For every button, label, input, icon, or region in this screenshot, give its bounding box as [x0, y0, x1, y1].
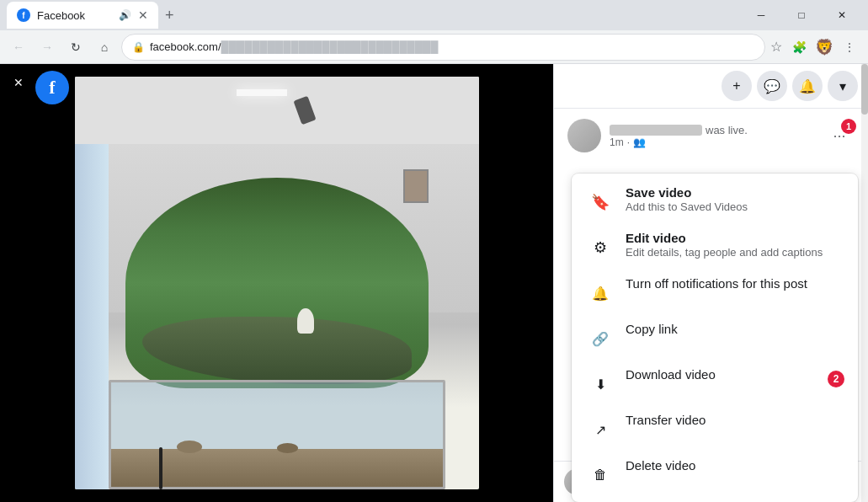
delete-video-title: Delete video — [626, 458, 844, 473]
messenger-button[interactable]: 💬 — [757, 71, 787, 101]
notifications-title: Turn off notifications for this post — [626, 276, 844, 291]
menu-item-notifications-text: Turn off notifications for this post — [626, 276, 844, 291]
post-time: 1m · 👥 — [610, 136, 816, 148]
tab-audio-icon: 🔊 — [119, 9, 131, 21]
menu-item-edit-video-text: Edit video Edit details, tag people and … — [626, 231, 844, 259]
extensions-icon[interactable]: 🧩 — [787, 35, 811, 59]
toolbar-icons: 🧩 🦁 ⋮ — [787, 35, 861, 59]
post-status: was live. — [706, 124, 748, 136]
notification-badge: 1 — [841, 119, 856, 134]
menu-item-download-video-text: Download video — [626, 367, 817, 382]
new-tab-button[interactable]: + — [162, 3, 178, 28]
add-button[interactable]: + — [722, 71, 752, 101]
copy-link-icon: 🔗 — [585, 323, 615, 354]
account-menu-button[interactable]: ▾ — [828, 71, 858, 101]
menu-item-save-video[interactable]: 🔖 Save video Add this to Saved Videos — [572, 179, 858, 224]
menu-item-edit-video[interactable]: ⚙ Edit video Edit details, tag people an… — [572, 224, 858, 270]
profile-icon[interactable]: 🦁 — [812, 35, 836, 59]
cable — [159, 447, 162, 489]
menu-item-download-video[interactable]: ⬇ Download video 2 — [572, 360, 858, 406]
minimize-button[interactable]: ─ — [742, 2, 780, 29]
right-panel: + 💬 🔔 ▾ was live. — [553, 64, 868, 502]
menu-item-delete-video[interactable]: 🗑 Delete video — [572, 451, 858, 497]
bookmark-icon[interactable]: ☆ — [770, 39, 782, 55]
save-video-title: Save video — [626, 185, 844, 200]
turn-off-notifications-icon: 🔔 — [585, 278, 615, 308]
url-bar[interactable]: 🔒 facebook.com/█████████████████████████… — [121, 34, 765, 61]
transfer-video-icon: ↗ — [585, 414, 615, 445]
download-video-icon: ⬇ — [585, 369, 615, 399]
scrollbar-thumb[interactable] — [861, 64, 868, 115]
post-header: was live. 1m · 👥 ··· 1 — [554, 109, 868, 163]
browser-frame: f Facebook 🔊 ✕ + ─ □ ✕ ← → ↻ ⌂ 🔒 faceboo… — [0, 0, 868, 502]
facebook-logo[interactable]: f — [35, 71, 69, 104]
menu-item-transfer-video-text: Transfer video — [626, 413, 844, 427]
post-user-name: was live. — [610, 124, 816, 136]
menu-item-copy-link[interactable]: 🔗 Copy link — [572, 315, 858, 360]
username-blur — [610, 125, 702, 136]
transfer-video-title: Transfer video — [626, 413, 844, 427]
lock-icon: 🔒 — [132, 41, 145, 53]
tab-favicon: f — [17, 8, 30, 22]
back-button[interactable]: ← — [7, 35, 30, 59]
save-video-subtitle: Add this to Saved Videos — [626, 200, 844, 213]
window-left — [75, 144, 109, 489]
forward-button[interactable]: → — [35, 35, 59, 59]
menu-item-save-video-text: Save video Add this to Saved Videos — [626, 185, 844, 213]
url-text: facebook.com/███████████████████████████… — [150, 40, 438, 53]
video-area: ✕ f — [0, 64, 553, 502]
home-button[interactable]: ⌂ — [93, 35, 116, 59]
notifications-button[interactable]: 🔔 — [792, 71, 823, 101]
address-bar: ← → ↻ ⌂ 🔒 facebook.com/█████████████████… — [0, 30, 868, 64]
close-button[interactable]: ✕ — [823, 2, 861, 29]
menu-item-copy-link-text: Copy link — [626, 322, 844, 336]
edit-video-title: Edit video — [626, 231, 844, 245]
refresh-button[interactable]: ↻ — [64, 35, 88, 59]
scrollbar-track[interactable] — [861, 64, 868, 502]
delete-video-icon: 🗑 — [585, 460, 615, 490]
aquarium-rock-2 — [277, 443, 298, 453]
user-avatar — [567, 119, 601, 152]
window-controls: ─ □ ✕ — [742, 2, 861, 29]
tab-close-button[interactable]: ✕ — [138, 8, 148, 22]
save-video-icon: 🔖 — [585, 187, 615, 217]
ceiling — [75, 77, 479, 144]
browser-menu-icon[interactable]: ⋮ — [838, 35, 861, 59]
dropdown-menu: 🔖 Save video Add this to Saved Videos ⚙ … — [572, 174, 858, 502]
download-video-badge: 2 — [828, 371, 844, 387]
panel-header: + 💬 🔔 ▾ — [554, 64, 868, 109]
edit-video-subtitle: Edit details, tag people and add caption… — [626, 246, 844, 259]
video-thumbnail — [75, 77, 479, 489]
download-video-title: Download video — [626, 367, 817, 382]
menu-item-delete-video-text: Delete video — [626, 458, 844, 473]
post-meta: was live. 1m · 👥 — [610, 124, 816, 148]
figurine — [297, 308, 314, 334]
menu-item-transfer-video[interactable]: ↗ Transfer video — [572, 406, 858, 451]
ceiling-light — [237, 89, 287, 96]
room-scene — [75, 77, 479, 489]
browser-tab[interactable]: f Facebook 🔊 ✕ — [7, 2, 158, 29]
copy-link-title: Copy link — [626, 322, 844, 336]
more-options-button[interactable]: ··· 1 — [824, 120, 855, 151]
wall-picture — [403, 169, 429, 203]
video-close-button[interactable]: ✕ — [7, 71, 30, 94]
tab-title: Facebook — [37, 9, 112, 22]
main-content: ✕ f — [0, 64, 868, 502]
edit-video-icon: ⚙ — [585, 232, 615, 263]
maximize-button[interactable]: □ — [782, 2, 821, 29]
menu-item-turn-off-notifications[interactable]: 🔔 Turn off notifications for this post — [572, 270, 858, 315]
title-bar: f Facebook 🔊 ✕ + ─ □ ✕ — [0, 0, 868, 30]
